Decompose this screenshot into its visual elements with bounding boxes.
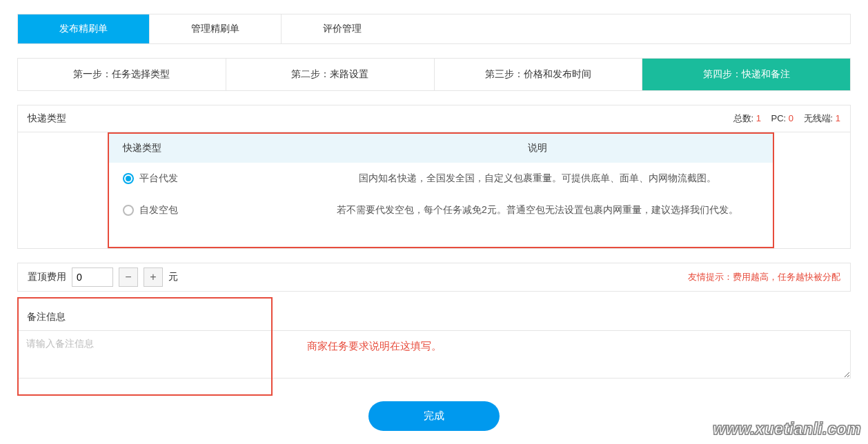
tab-manage[interactable]: 管理精刷单 — [150, 14, 282, 43]
top-fee-label: 置顶费用 — [28, 271, 66, 283]
stats-total-label: 总数: — [733, 113, 754, 123]
shipping-header: 快递类型 总数: 1 PC: 0 无线端: 1 — [18, 105, 850, 132]
step-1[interactable]: 第一步：任务选择类型 — [18, 59, 226, 90]
th-desc: 说明 — [302, 134, 773, 163]
shipping-stats: 总数: 1 PC: 0 无线端: 1 — [733, 112, 840, 125]
step-2[interactable]: 第二步：来路设置 — [226, 59, 435, 90]
stats-mobile-value: 1 — [836, 113, 840, 123]
submit-button[interactable]: 完成 — [368, 401, 500, 431]
radio-label: 平台代发 — [139, 172, 178, 185]
radio-label: 自发空包 — [139, 204, 178, 216]
radio-platform-send[interactable]: 平台代发 — [123, 172, 288, 185]
radio-icon — [123, 173, 134, 184]
stats-pc-value: 0 — [789, 113, 793, 123]
stats-mobile-label: 无线端: — [804, 113, 834, 123]
top-fee-unit: 元 — [168, 271, 178, 283]
top-fee-tip: 友情提示：费用越高，任务越快被分配 — [688, 271, 840, 283]
top-fee-section: 置顶费用 − + 元 友情提示：费用越高，任务越快被分配 — [17, 263, 851, 292]
top-fee-input[interactable] — [72, 268, 113, 287]
shipping-table: 快递类型 说明 平台代发 国内知名快递，全国发全国，自定义包裹重量。可提供底单、… — [109, 134, 773, 226]
radio-self-send[interactable]: 自发空包 — [123, 204, 288, 216]
submit-row: 完成 — [17, 401, 851, 431]
shipping-section: 快递类型 总数: 1 PC: 0 无线端: 1 快递类型 说明 — [17, 105, 851, 249]
option-desc: 国内知名快递，全国发全国，自定义包裹重量。可提供底单、面单、内网物流截图。 — [302, 163, 773, 194]
remark-note: 商家任务要求说明在这填写。 — [307, 340, 442, 353]
decrement-button[interactable]: − — [119, 268, 138, 287]
th-type: 快递类型 — [109, 134, 302, 163]
step-3[interactable]: 第三步：价格和发布时间 — [435, 59, 643, 90]
main-tabs: 发布精刷单 管理精刷单 评价管理 — [17, 14, 851, 44]
stats-total-value: 1 — [756, 113, 761, 123]
option-desc: 若不需要代发空包，每个任务减免2元。普通空包无法设置包裹内网重量，建议选择我们代… — [302, 194, 773, 226]
increment-button[interactable]: + — [144, 268, 163, 287]
step-4[interactable]: 第四步：快递和备注 — [642, 59, 850, 90]
shipping-highlight-box: 快递类型 说明 平台代发 国内知名快递，全国发全国，自定义包裹重量。可提供底单、… — [108, 132, 774, 248]
tab-review[interactable]: 评价管理 — [282, 14, 403, 43]
radio-icon — [123, 205, 134, 216]
table-row: 自发空包 若不需要代发空包，每个任务减免2元。普通空包无法设置包裹内网重量，建议… — [109, 194, 773, 226]
top-fee-controls: 置顶费用 − + 元 — [28, 268, 178, 287]
tab-publish[interactable]: 发布精刷单 — [18, 14, 150, 43]
remark-label: 备注信息 — [17, 305, 851, 330]
stats-pc-label: PC: — [771, 113, 787, 123]
remark-textarea[interactable] — [17, 330, 851, 379]
table-row: 平台代发 国内知名快递，全国发全国，自定义包裹重量。可提供底单、面单、内网物流截… — [109, 163, 773, 194]
shipping-title: 快递类型 — [28, 112, 66, 125]
steps-nav: 第一步：任务选择类型 第二步：来路设置 第三步：价格和发布时间 第四步：快递和备… — [17, 58, 851, 91]
remark-section: 备注信息 商家任务要求说明在这填写。 — [17, 305, 851, 381]
